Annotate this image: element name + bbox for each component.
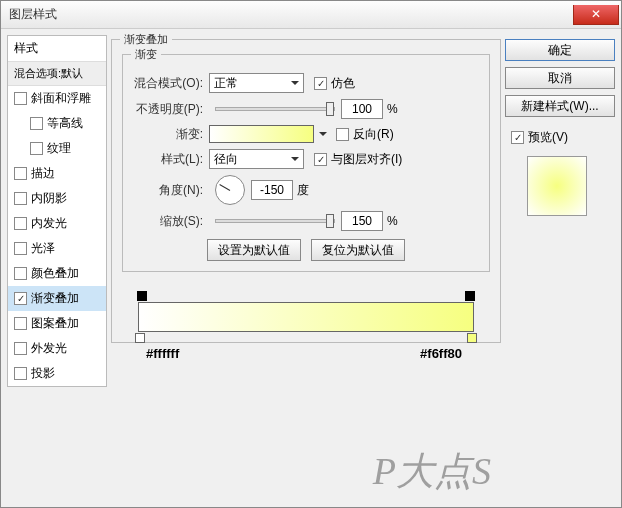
style-label: 样式(L): — [133, 151, 203, 168]
check-icon[interactable] — [14, 192, 27, 205]
preview-checkbox[interactable]: 预览(V) — [511, 129, 615, 146]
gradient-editor[interactable]: #ffffff #f6ff80 — [138, 302, 474, 332]
check-icon[interactable] — [30, 142, 43, 155]
style-item-label: 渐变叠加 — [31, 290, 79, 307]
close-icon: ✕ — [591, 7, 601, 21]
style-item-label: 外发光 — [31, 340, 67, 357]
angle-label: 角度(N): — [133, 182, 203, 199]
style-item-label: 纹理 — [47, 140, 71, 157]
style-item-label: 斜面和浮雕 — [31, 90, 91, 107]
check-icon[interactable] — [14, 217, 27, 230]
gradient-overlay-group: 渐变叠加 渐变 混合模式(O): 正常 仿色 不透明度(P): — [111, 39, 501, 343]
check-icon — [314, 153, 327, 166]
preview-swatch — [527, 156, 587, 216]
cancel-button[interactable]: 取消 — [505, 67, 615, 89]
angle-dial[interactable] — [215, 175, 245, 205]
style-item-3[interactable]: 描边 — [8, 161, 106, 186]
close-button[interactable]: ✕ — [573, 5, 619, 25]
styles-panel: 样式 混合选项:默认 斜面和浮雕等高线纹理描边内阴影内发光光泽颜色叠加渐变叠加图… — [7, 35, 107, 501]
angle-input[interactable]: -150 — [251, 180, 293, 200]
settings-panel: 渐变叠加 渐变 混合模式(O): 正常 仿色 不透明度(P): — [111, 35, 501, 501]
gradient-swatch[interactable] — [209, 125, 314, 143]
style-item-9[interactable]: 图案叠加 — [8, 311, 106, 336]
scale-slider[interactable] — [215, 219, 335, 223]
check-icon[interactable] — [14, 317, 27, 330]
styles-header[interactable]: 样式 — [8, 36, 106, 62]
style-item-label: 等高线 — [47, 115, 83, 132]
style-item-1[interactable]: 等高线 — [8, 111, 106, 136]
check-icon — [314, 77, 327, 90]
style-item-10[interactable]: 外发光 — [8, 336, 106, 361]
gradient-bar[interactable] — [138, 302, 474, 332]
blending-options[interactable]: 混合选项:默认 — [8, 62, 106, 86]
opacity-slider[interactable] — [215, 107, 335, 111]
style-item-2[interactable]: 纹理 — [8, 136, 106, 161]
inner-legend: 渐变 — [131, 47, 161, 62]
align-checkbox[interactable]: 与图层对齐(I) — [314, 151, 402, 168]
check-icon[interactable] — [14, 242, 27, 255]
check-icon[interactable] — [14, 267, 27, 280]
style-item-6[interactable]: 光泽 — [8, 236, 106, 261]
dither-checkbox[interactable]: 仿色 — [314, 75, 355, 92]
opacity-stop-left[interactable] — [137, 291, 147, 301]
opacity-input[interactable]: 100 — [341, 99, 383, 119]
dialog-title: 图层样式 — [9, 6, 573, 23]
stop-label-left: #ffffff — [146, 346, 179, 361]
style-item-label: 图案叠加 — [31, 315, 79, 332]
check-icon[interactable] — [14, 167, 27, 180]
style-item-4[interactable]: 内阴影 — [8, 186, 106, 211]
style-item-0[interactable]: 斜面和浮雕 — [8, 86, 106, 111]
check-icon[interactable] — [14, 292, 27, 305]
check-icon[interactable] — [14, 342, 27, 355]
style-item-label: 颜色叠加 — [31, 265, 79, 282]
reverse-checkbox[interactable]: 反向(R) — [336, 126, 394, 143]
make-default-button[interactable]: 设置为默认值 — [207, 239, 301, 261]
ok-button[interactable]: 确定 — [505, 39, 615, 61]
check-icon — [336, 128, 349, 141]
action-panel: 确定 取消 新建样式(W)... 预览(V) — [505, 35, 615, 501]
style-item-8[interactable]: 渐变叠加 — [8, 286, 106, 311]
blend-mode-label: 混合模式(O): — [133, 75, 203, 92]
check-icon — [511, 131, 524, 144]
opacity-label: 不透明度(P): — [133, 101, 203, 118]
color-stop-right[interactable] — [467, 333, 477, 343]
gradient-inner-group: 渐变 混合模式(O): 正常 仿色 不透明度(P): 100 % — [122, 54, 490, 272]
layer-style-dialog: 图层样式 ✕ 样式 混合选项:默认 斜面和浮雕等高线纹理描边内阴影内发光光泽颜色… — [0, 0, 622, 508]
color-stop-left[interactable] — [135, 333, 145, 343]
scale-label: 缩放(S): — [133, 213, 203, 230]
new-style-button[interactable]: 新建样式(W)... — [505, 95, 615, 117]
check-icon[interactable] — [14, 92, 27, 105]
style-item-label: 描边 — [31, 165, 55, 182]
check-icon[interactable] — [30, 117, 43, 130]
reset-default-button[interactable]: 复位为默认值 — [311, 239, 405, 261]
style-select[interactable]: 径向 — [209, 149, 304, 169]
style-item-label: 光泽 — [31, 240, 55, 257]
style-item-5[interactable]: 内发光 — [8, 211, 106, 236]
titlebar: 图层样式 ✕ — [1, 1, 621, 29]
gradient-label: 渐变: — [133, 126, 203, 143]
stop-label-right: #f6ff80 — [420, 346, 462, 361]
style-item-7[interactable]: 颜色叠加 — [8, 261, 106, 286]
style-item-11[interactable]: 投影 — [8, 361, 106, 386]
scale-input[interactable]: 150 — [341, 211, 383, 231]
blend-mode-select[interactable]: 正常 — [209, 73, 304, 93]
watermark: P大点S — [373, 446, 491, 497]
style-item-label: 内发光 — [31, 215, 67, 232]
style-item-label: 内阴影 — [31, 190, 67, 207]
check-icon[interactable] — [14, 367, 27, 380]
opacity-stop-right[interactable] — [465, 291, 475, 301]
style-item-label: 投影 — [31, 365, 55, 382]
group-legend: 渐变叠加 — [120, 32, 172, 47]
